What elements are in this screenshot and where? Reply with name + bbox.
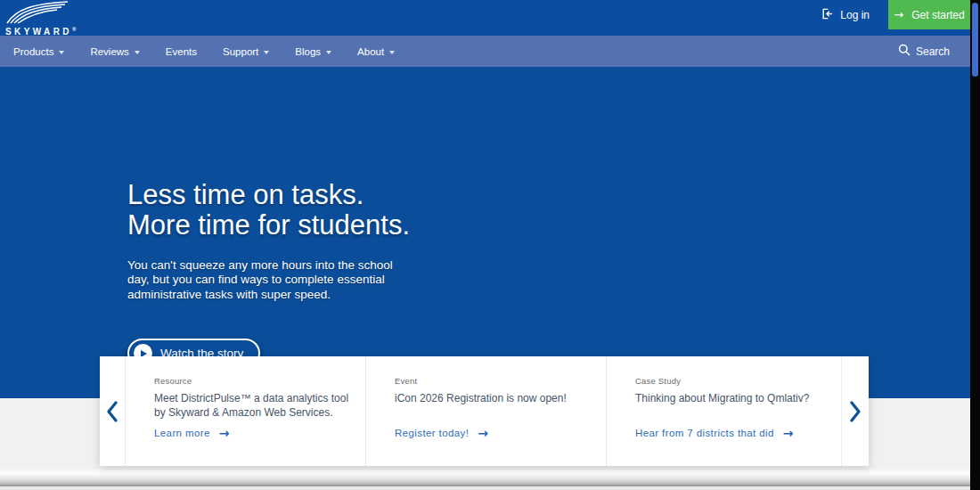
chevron-down-icon <box>135 51 140 54</box>
skyward-logo[interactable]: SKYWARD® <box>5 1 77 37</box>
card-case-study: Case Study Thinking about Migrating to Q… <box>606 356 841 466</box>
card-event: Event iCon 2026 Registration is now open… <box>365 356 606 466</box>
arrow-right-icon: → <box>894 9 903 20</box>
carousel-prev-button[interactable] <box>104 399 120 424</box>
log-in-button[interactable]: Log in <box>820 0 888 29</box>
card-category: Event <box>395 376 417 386</box>
card-title: Thinking about Migrating to Qmlativ? <box>635 391 809 405</box>
chevron-right-icon <box>849 401 862 422</box>
card-category: Resource <box>154 376 192 386</box>
register-today-link[interactable]: Register today! → <box>395 427 489 439</box>
scrollbar-track[interactable] <box>970 0 980 490</box>
get-started-button[interactable]: → Get started <box>888 0 970 29</box>
nav-label: Blogs <box>295 46 321 57</box>
card-title: Meet DistrictPulse™ a data analytics too… <box>154 391 348 420</box>
search-icon <box>898 44 911 59</box>
login-icon <box>820 7 833 23</box>
nav-item-events[interactable]: Events <box>166 46 197 57</box>
nav-item-blogs[interactable]: Blogs <box>295 46 331 57</box>
nav-label: Products <box>13 46 53 57</box>
chevron-down-icon <box>389 51 395 54</box>
hero-title-line1: Less time on tasks. <box>127 180 410 210</box>
nav-label: Events <box>166 46 197 57</box>
nav-item-reviews[interactable]: Reviews <box>90 46 139 57</box>
carousel-prev-area <box>100 356 125 466</box>
nav-item-support[interactable]: Support <box>223 46 269 57</box>
nav-items: Products Reviews Events Support Blogs Ab… <box>13 36 395 67</box>
card-resource: Resource Meet DistrictPulse™ a data anal… <box>125 356 365 466</box>
section-divider <box>0 470 970 485</box>
section-divider-bottom <box>0 486 970 490</box>
hero-subtitle: You can't squeeze any more hours into th… <box>127 258 393 302</box>
scrollbar-thumb[interactable] <box>972 3 978 77</box>
carousel-next-button[interactable] <box>847 399 863 424</box>
carousel-panel: Resource Meet DistrictPulse™ a data anal… <box>100 356 869 466</box>
learn-more-link[interactable]: Learn more → <box>154 427 230 439</box>
card-category: Case Study <box>635 376 681 386</box>
nav-label: Reviews <box>90 46 128 57</box>
chevron-left-icon <box>106 401 118 422</box>
arrow-right-icon: → <box>478 427 488 439</box>
hero-title: Less time on tasks. More time for studen… <box>127 180 410 241</box>
hero-title-line2: More time for students. <box>127 210 410 241</box>
main-nav: Products Reviews Events Support Blogs Ab… <box>0 36 970 67</box>
chevron-down-icon <box>326 51 331 54</box>
nav-item-about[interactable]: About <box>357 46 395 57</box>
log-in-label: Log in <box>840 9 870 21</box>
nav-label: About <box>357 46 384 57</box>
page: SKYWARD® Log in → Get started <box>0 0 980 490</box>
nav-label: Support <box>223 46 258 57</box>
search-label: Search <box>916 45 950 58</box>
search-button[interactable]: Search <box>898 36 950 67</box>
hero-section: Less time on tasks. More time for studen… <box>0 67 970 398</box>
hear-from-districts-link[interactable]: Hear from 7 districts that did → <box>635 427 794 439</box>
nav-item-products[interactable]: Products <box>13 46 64 57</box>
arrow-right-icon: → <box>219 427 230 439</box>
registered-mark: ® <box>72 27 76 32</box>
arrow-right-icon: → <box>783 427 794 439</box>
chevron-down-icon <box>264 51 269 54</box>
topbar-actions: Log in → Get started <box>820 0 970 29</box>
card-title: iCon 2026 Registration is now open! <box>395 391 567 405</box>
top-bar: SKYWARD® Log in → Get started <box>0 0 970 36</box>
carousel-next-area <box>841 356 868 466</box>
chevron-down-icon <box>59 51 64 54</box>
get-started-label: Get started <box>911 9 964 21</box>
